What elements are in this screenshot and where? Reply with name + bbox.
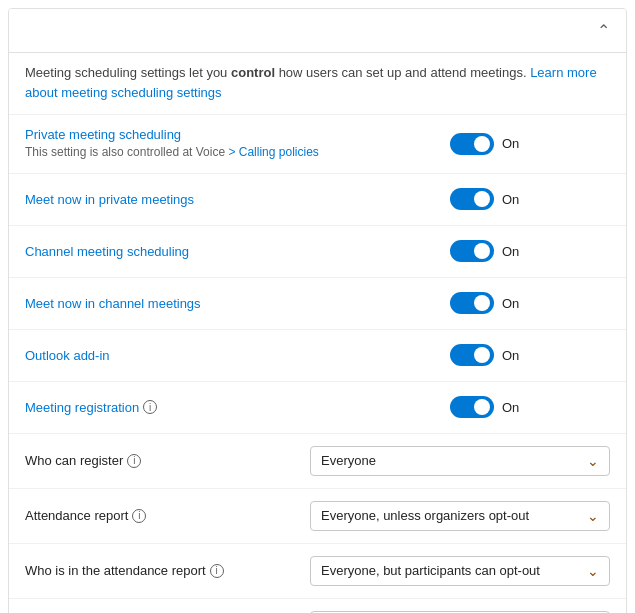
dropdown-attendance-report[interactable]: Everyone, unless organizers opt-out⌄ <box>310 501 610 531</box>
setting-label-who-in-attendance-report: Who is in the attendance report <box>25 563 206 578</box>
toggle-container-meet-now-private: On <box>450 188 519 210</box>
dropdown-text-who-can-register: Everyone <box>321 453 579 468</box>
setting-row-meet-now-channel: Meet now in channel meetingsOn <box>9 278 626 330</box>
setting-control-meet-now-private: On <box>450 188 610 210</box>
toggle-label-channel-meeting-scheduling: On <box>502 244 519 259</box>
toggle-meeting-registration[interactable] <box>450 396 494 418</box>
setting-row-attendance-summary: Attendance summaryiShow everything⌄ <box>9 599 626 613</box>
toggle-slider-channel-meeting-scheduling <box>450 240 494 262</box>
dropdown-arrow-who-can-register: ⌄ <box>587 453 599 469</box>
setting-control-private-meeting-scheduling: On <box>450 133 610 155</box>
toggle-meet-now-channel[interactable] <box>450 292 494 314</box>
setting-label-group-meeting-registration: Meeting registrationi <box>25 400 450 415</box>
setting-label-outlook-add-in[interactable]: Outlook add-in <box>25 348 110 363</box>
setting-label-meeting-registration[interactable]: Meeting registration <box>25 400 139 415</box>
meeting-scheduling-card: ⌃ Meeting scheduling settings let you co… <box>8 8 627 613</box>
setting-label-meet-now-channel[interactable]: Meet now in channel meetings <box>25 296 201 311</box>
dropdown-who-can-register[interactable]: Everyone⌄ <box>310 446 610 476</box>
setting-control-who-can-register: Everyone⌄ <box>310 446 610 476</box>
toggle-slider-private-meeting-scheduling <box>450 133 494 155</box>
setting-control-outlook-add-in: On <box>450 344 610 366</box>
setting-label-group-meet-now-private: Meet now in private meetings <box>25 192 450 207</box>
setting-row-meeting-registration: Meeting registrationiOn <box>9 382 626 434</box>
setting-row-private-meeting-scheduling: Private meeting schedulingThis setting i… <box>9 115 626 174</box>
info-icon-meeting-registration[interactable]: i <box>143 400 157 414</box>
setting-label-attendance-report: Attendance report <box>25 508 128 523</box>
toggle-label-meet-now-channel: On <box>502 296 519 311</box>
setting-control-meeting-registration: On <box>450 396 610 418</box>
toggle-container-meet-now-channel: On <box>450 292 519 314</box>
setting-row-who-in-attendance-report: Who is in the attendance reportiEveryone… <box>9 544 626 599</box>
toggle-label-meeting-registration: On <box>502 400 519 415</box>
dropdown-arrow-attendance-report: ⌄ <box>587 508 599 524</box>
dropdown-arrow-who-in-attendance-report: ⌄ <box>587 563 599 579</box>
setting-label-group-private-meeting-scheduling: Private meeting schedulingThis setting i… <box>25 127 450 161</box>
setting-label-group-meet-now-channel: Meet now in channel meetings <box>25 296 450 311</box>
setting-label-private-meeting-scheduling[interactable]: Private meeting scheduling <box>25 127 181 142</box>
toggle-container-meeting-registration: On <box>450 396 519 418</box>
toggle-slider-meet-now-private <box>450 188 494 210</box>
dropdown-text-who-in-attendance-report: Everyone, but participants can opt-out <box>321 563 579 578</box>
toggle-container-private-meeting-scheduling: On <box>450 133 519 155</box>
setting-control-meet-now-channel: On <box>450 292 610 314</box>
dropdown-who-in-attendance-report[interactable]: Everyone, but participants can opt-out⌄ <box>310 556 610 586</box>
setting-label-group-attendance-report: Attendance reporti <box>25 508 310 523</box>
toggle-slider-meet-now-channel <box>450 292 494 314</box>
card-header: ⌃ <box>9 9 626 53</box>
setting-label-group-who-can-register: Who can registeri <box>25 453 310 468</box>
setting-row-outlook-add-in: Outlook add-inOn <box>9 330 626 382</box>
setting-label-who-can-register: Who can register <box>25 453 123 468</box>
toggle-container-channel-meeting-scheduling: On <box>450 240 519 262</box>
toggle-private-meeting-scheduling[interactable] <box>450 133 494 155</box>
toggle-label-outlook-add-in: On <box>502 348 519 363</box>
description-text: Meeting scheduling settings let you cont… <box>25 65 530 80</box>
toggle-slider-outlook-add-in <box>450 344 494 366</box>
toggle-container-outlook-add-in: On <box>450 344 519 366</box>
setting-label-group-channel-meeting-scheduling: Channel meeting scheduling <box>25 244 450 259</box>
setting-label-channel-meeting-scheduling[interactable]: Channel meeting scheduling <box>25 244 189 259</box>
info-icon-who-can-register[interactable]: i <box>127 454 141 468</box>
setting-sublabel-private-meeting-scheduling: This setting is also controlled at Voice… <box>25 144 434 161</box>
settings-list: Private meeting schedulingThis setting i… <box>9 115 626 613</box>
toggle-label-private-meeting-scheduling: On <box>502 136 519 151</box>
card-description: Meeting scheduling settings let you cont… <box>9 53 626 115</box>
toggle-slider-meeting-registration <box>450 396 494 418</box>
setting-control-channel-meeting-scheduling: On <box>450 240 610 262</box>
dropdown-text-attendance-report: Everyone, unless organizers opt-out <box>321 508 579 523</box>
info-icon-who-in-attendance-report[interactable]: i <box>210 564 224 578</box>
collapse-icon[interactable]: ⌃ <box>597 21 610 40</box>
setting-row-channel-meeting-scheduling: Channel meeting schedulingOn <box>9 226 626 278</box>
toggle-outlook-add-in[interactable] <box>450 344 494 366</box>
toggle-meet-now-private[interactable] <box>450 188 494 210</box>
setting-label-group-who-in-attendance-report: Who is in the attendance reporti <box>25 563 310 578</box>
calling-policies-link[interactable]: > Calling policies <box>228 145 318 159</box>
setting-row-attendance-report: Attendance reportiEveryone, unless organ… <box>9 489 626 544</box>
toggle-channel-meeting-scheduling[interactable] <box>450 240 494 262</box>
setting-control-attendance-report: Everyone, unless organizers opt-out⌄ <box>310 501 610 531</box>
toggle-label-meet-now-private: On <box>502 192 519 207</box>
info-icon-attendance-report[interactable]: i <box>132 509 146 523</box>
setting-label-group-outlook-add-in: Outlook add-in <box>25 348 450 363</box>
setting-label-meet-now-private[interactable]: Meet now in private meetings <box>25 192 194 207</box>
setting-control-who-in-attendance-report: Everyone, but participants can opt-out⌄ <box>310 556 610 586</box>
setting-row-meet-now-private: Meet now in private meetingsOn <box>9 174 626 226</box>
setting-row-who-can-register: Who can registeriEveryone⌄ <box>9 434 626 489</box>
